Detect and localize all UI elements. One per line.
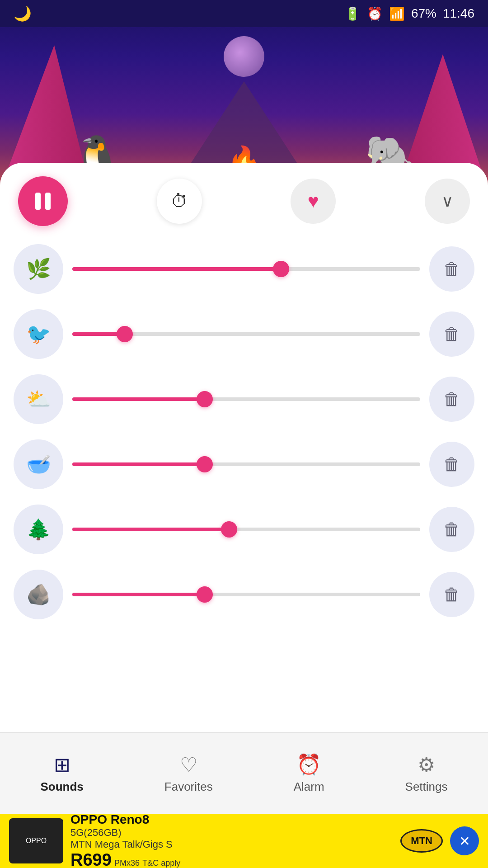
sound-row-bird: 🐦🗑 [14,309,474,359]
sound-icon-rain-drops[interactable]: 🌿 [14,244,63,294]
ad-close-button[interactable]: ✕ [450,826,479,855]
slider-wrap-forest[interactable] [72,525,420,534]
sound-icon-forest[interactable]: 🌲 [14,505,63,554]
time-display: 11:46 [443,6,474,21]
nav-favorites[interactable]: ♡ Favorites [151,749,226,798]
slider-wrap-zen[interactable] [72,590,420,599]
slider-thumb-zen[interactable] [197,586,213,603]
delete-button-zen[interactable]: 🗑 [429,572,474,617]
ad-text: OPPO Reno8 5G(256GB) MTN Mega Talk/Gigs … [70,814,393,868]
moon-orb [224,36,264,77]
delete-button-rain-cloud[interactable]: 🗑 [429,377,474,422]
sound-row-zen: 🪨🗑 [14,570,474,619]
sound-rows: 🌿🗑🐦🗑⛅🗑🥣🗑🌲🗑🪨🗑 [14,244,474,619]
sounds-label: Sounds [40,780,83,794]
alarm-status-icon: ⏰ [367,6,383,21]
bottom-nav: ⊞ Sounds ♡ Favorites ⏰ Alarm ⚙ Settings [0,732,488,814]
status-bar: 🌙 🔋 ⏰ 📶 67% 11:46 [0,0,488,27]
sound-row-bowl: 🥣🗑 [14,439,474,489]
delete-button-bowl[interactable]: 🗑 [429,442,474,487]
ad-brand: OPPO Reno8 [70,814,393,827]
wifi-icon: 📶 [389,6,405,21]
slider-fill-rain-cloud [72,397,205,401]
ad-banner: OPPO OPPO Reno8 5G(256GB) MTN Mega Talk/… [0,814,488,868]
hero-illustration: 🐧 🔥 🐘 [0,0,488,190]
settings-icon: ⚙ [418,753,435,776]
sound-row-forest: 🌲🗑 [14,505,474,554]
heart-icon: ♥ [308,190,319,212]
nav-settings[interactable]: ⚙ Settings [392,749,461,798]
ad-sub: 5G(256GB) [70,827,393,839]
sound-icon-zen[interactable]: 🪨 [14,570,63,619]
ad-product-image: OPPO [9,818,63,863]
slider-thumb-bowl[interactable] [197,456,213,472]
pause-bar-left [35,193,41,210]
favorites-icon: ♡ [180,753,197,776]
favorites-label: Favorites [164,780,213,794]
slider-thumb-bird[interactable] [117,326,133,342]
slider-fill-zen [72,593,205,596]
sound-icon-bird[interactable]: 🐦 [14,309,63,359]
timer-button[interactable]: ⏱ [157,179,202,224]
pause-button[interactable] [18,176,68,226]
nav-alarm[interactable]: ⏰ Alarm [280,748,338,798]
ad-mtn-badge: MTN [400,829,443,853]
delete-button-bird[interactable]: 🗑 [429,311,474,357]
heart-button[interactable]: ♥ [291,179,336,224]
slider-wrap-rain-cloud[interactable] [72,395,420,404]
sound-row-rain-drops: 🌿🗑 [14,244,474,294]
slider-fill-bowl [72,462,205,466]
controls-row: ⏱ ♥ ∨ [14,176,474,226]
battery-percent: 67% [411,6,436,21]
slider-thumb-forest[interactable] [221,521,237,538]
pause-bar-right [45,193,51,210]
sounds-icon: ⊞ [54,753,70,776]
delete-button-forest[interactable]: 🗑 [429,507,474,552]
battery-icon: 🔋 [345,6,361,21]
pause-icon [35,193,51,210]
alarm-label: Alarm [294,780,324,794]
main-panel: ⏱ ♥ ∨ 🌿🗑🐦🗑⛅🗑🥣🗑🌲🗑🪨🗑 [0,163,488,787]
chevron-icon: ∨ [441,192,453,211]
nav-sounds[interactable]: ⊞ Sounds [27,749,97,798]
slider-thumb-rain-drops[interactable] [273,261,289,277]
sound-icon-bowl[interactable]: 🥣 [14,439,63,489]
slider-thumb-rain-cloud[interactable] [197,391,213,407]
close-icon: ✕ [459,833,470,849]
moon-icon: 🌙 [14,5,32,22]
slider-fill-rain-drops [72,267,281,271]
sound-icon-rain-cloud[interactable]: ⛅ [14,374,63,424]
slider-wrap-rain-drops[interactable] [72,264,420,274]
sound-row-rain-cloud: ⛅🗑 [14,374,474,424]
alarm-icon: ⏰ [296,753,321,776]
status-right: 🔋 ⏰ 📶 67% 11:46 [345,6,474,21]
slider-fill-forest [72,528,229,531]
timer-icon: ⏱ [171,192,188,211]
slider-wrap-bird[interactable] [72,330,420,339]
chevron-button[interactable]: ∨ [425,179,470,224]
ad-price: MTN Mega Talk/Gigs S R699 PMx36 T&C appl… [70,839,393,868]
settings-label: Settings [405,780,448,794]
status-left: 🌙 [14,5,32,22]
slider-wrap-bowl[interactable] [72,460,420,469]
delete-button-rain-drops[interactable]: 🗑 [429,246,474,292]
